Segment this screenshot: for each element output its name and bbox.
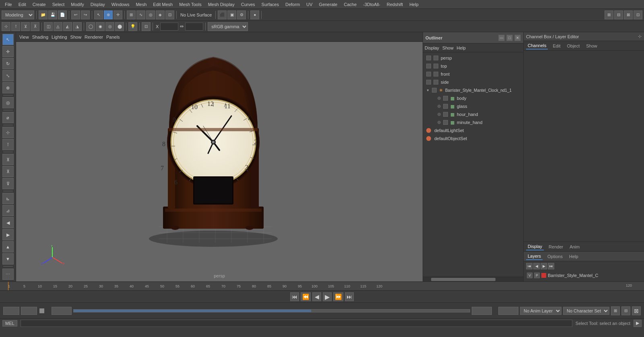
outliner-item-persp[interactable]: persp [423,54,523,62]
transform-tool-btn[interactable]: ⊕ [104,10,113,19]
menu-modify[interactable]: Modify [68,1,87,8]
sculpt-6-btn[interactable]: ▼ [2,253,14,265]
menu-uv[interactable]: UV [303,1,316,8]
select-tool-btn[interactable]: ↖ [94,10,103,19]
char-set-btn-2[interactable]: ⊟ [621,306,630,315]
outliner-item-hour-hand[interactable]: ▦ hour_hand [423,110,523,118]
next-layer-btn[interactable]: ▶ [541,263,547,269]
extra-btn[interactable]: ⋯ [2,269,14,280]
outliner-hscroll[interactable] [423,277,523,281]
outliner-show-menu[interactable]: Show [442,45,454,50]
move-btn[interactable]: ✛ [2,46,14,57]
timeline-ruler[interactable]: 1 5 10 15 20 25 30 35 40 45 50 55 60 65 … [0,282,644,291]
skip-to-start-btn[interactable]: ⏮ [290,292,299,301]
outliner-minimize-btn[interactable]: — [498,35,505,41]
step-forward-btn[interactable]: ⏩ [333,292,343,301]
menu-edit[interactable]: Edit [15,1,29,8]
show-manipulator-btn[interactable]: ⊹ [2,127,14,138]
layer-p-btn[interactable]: P [534,273,540,278]
outliner-item-objectset[interactable]: defaultObjectSet [423,134,523,143]
outliner-help-menu[interactable]: Help [457,45,466,50]
menu-select[interactable]: Select [49,1,68,8]
mel-input[interactable] [21,320,572,327]
layers-tab[interactable]: Layers [526,253,543,260]
anim-end-input[interactable]: 200 [498,307,518,315]
gamma-select[interactable]: sRGB gamma Linear [208,22,248,31]
vp-shading[interactable]: Shading [32,35,48,39]
char-set-select[interactable]: No Character Set [563,307,609,315]
snap-magnet-btn[interactable]: ⊻ [2,154,14,165]
scale-btn[interactable]: ⤡ [2,70,14,81]
tab-anim[interactable]: Anim [568,244,581,250]
select-btn[interactable]: ↖ [2,34,14,45]
range-start-input[interactable]: 1 [52,307,72,315]
vp-view[interactable]: View [19,35,29,39]
play-back-btn[interactable]: ◀ [312,292,321,301]
vp-panels[interactable]: Panels [106,35,120,39]
anim-layer-select[interactable]: No Anim Layer [520,307,561,315]
smooth-btn[interactable]: ◭ [63,22,72,31]
help-tab[interactable]: Help [568,253,580,260]
lighting-btn[interactable]: 💡 [128,22,137,31]
mel-label[interactable]: MEL [2,320,17,327]
tab-display[interactable]: Display [526,243,544,250]
shading-4[interactable]: ⬤ [115,22,124,31]
menu-3dtoall[interactable]: -3DtoAll- [360,1,384,8]
paint-btn[interactable]: ⊼ [31,22,39,31]
hide-btn[interactable]: ● [250,10,259,19]
prev-layer-btn[interactable]: ◀ [533,263,540,269]
shading-1[interactable]: ◯ [86,22,95,31]
universal-btn[interactable]: ⊕ [2,82,14,93]
xray-btn[interactable]: ◫ [44,22,53,31]
redo-btn[interactable]: ↪ [81,10,90,19]
layer-v-btn[interactable]: V [527,273,533,278]
view-toggle-2[interactable]: ⊟ [614,10,623,19]
outliner-item-glass[interactable]: ▦ glass [423,102,523,110]
vp-show[interactable]: Show [70,35,82,39]
snap-grid-btn[interactable]: ⊞ [127,10,136,19]
outliner-item-top[interactable]: top [423,62,523,70]
save-as-btn[interactable]: 📄 [58,10,67,19]
snap-surface-btn[interactable]: ◈ [156,10,165,19]
select-object-btn[interactable]: ⊹ [2,22,10,31]
sound-btn[interactable]: ⊠ [632,306,641,315]
view-toggle-3[interactable]: ⊠ [624,10,633,19]
sculpt-3-btn[interactable]: ◀ [2,217,14,228]
menu-curves[interactable]: Curves [238,1,258,8]
menu-mesh-display[interactable]: Mesh Display [205,1,238,8]
sculpt-5-btn[interactable]: ▲ [2,241,14,252]
menu-redshift[interactable]: Redshift [384,1,406,8]
skip-layer-btn[interactable]: ⏭ [548,263,554,269]
sculpt-2-btn[interactable]: ⊿ [2,205,14,216]
save-file-btn[interactable]: 💾 [48,10,57,19]
render-btn[interactable]: ⬛ [218,10,227,19]
snap-point-btn2[interactable]: ⊽ [2,178,14,189]
sculpt-4-btn[interactable]: ▶ [2,229,14,240]
outliner-item-lightset[interactable]: defaultLightSet [423,126,523,134]
paint-select-btn[interactable]: ⌀ [2,112,14,123]
menu-windows[interactable]: Windows [108,1,133,8]
menu-deform[interactable]: Deform [282,1,303,8]
skip-to-end-btn[interactable]: ⏭ [345,292,354,301]
layer-color-swatch[interactable] [541,273,546,278]
current-time-input[interactable]: 1 [21,307,37,315]
ipr-btn[interactable]: ▣ [227,10,236,19]
open-file-btn[interactable]: 📁 [39,10,47,19]
snap-point-btn[interactable]: ◎ [146,10,155,19]
snap-curve-btn2[interactable]: ⊼ [2,166,14,177]
x-coord-input[interactable]: 0.00 [160,23,178,31]
rotate-btn[interactable]: ↻ [2,58,14,69]
sculpt-btn[interactable]: ⊾ [2,193,14,204]
render-settings-btn[interactable]: ⚙ [237,10,246,19]
mode-dropdown[interactable]: Modeling Rigging Animation FX Rendering [2,10,34,19]
outliner-item-barrister[interactable]: ▼ ✳ Barrister_Style_Mantel_Clock_nd1_1 [423,86,523,94]
step-back-btn[interactable]: ⏪ [301,292,311,301]
outliner-item-minute-hand[interactable]: ▦ minute_hand [423,118,523,126]
current-frame-input[interactable]: 1 [3,307,19,315]
outliner-maximize-btn[interactable]: □ [506,35,513,41]
outliner-display-menu[interactable]: Display [425,45,439,50]
outliner-item-body[interactable]: ▦ body [423,94,523,102]
outliner-item-side[interactable]: side [423,78,523,86]
range-end-input[interactable]: 120 [472,307,492,315]
snap-curve-btn[interactable]: ∿ [136,10,145,19]
